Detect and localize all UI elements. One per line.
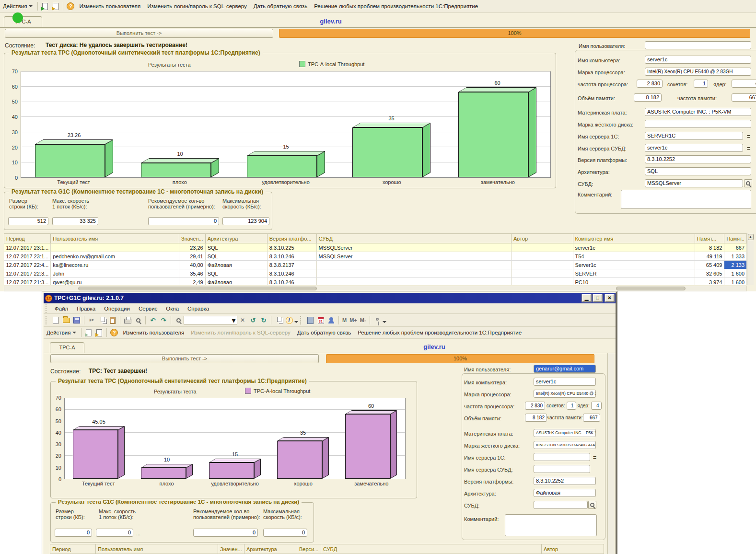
motherboard-field[interactable]: ASUSTeK Computer INC. : P5K-VM bbox=[645, 108, 751, 116]
cell[interactable]: 8 182 bbox=[695, 243, 724, 252]
cell[interactable]: 12.07.2017 22:4... bbox=[4, 261, 51, 269]
cell[interactable]: SQL bbox=[205, 252, 267, 261]
cell[interactable]: ka@linecore.ru bbox=[51, 261, 179, 269]
find-icon[interactable] bbox=[174, 315, 183, 325]
cell[interactable] bbox=[512, 243, 573, 252]
column-header[interactable]: Памят.. bbox=[724, 234, 747, 243]
column-header[interactable]: Пользователь имя bbox=[51, 234, 179, 243]
hscroll-thumb2[interactable] bbox=[616, 287, 686, 290]
run-test-button[interactable]: Выполнить тест -> bbox=[5, 29, 273, 38]
column-header[interactable]: Архитектура bbox=[244, 544, 297, 554]
cpu-freq-field[interactable]: 2 830 bbox=[525, 402, 545, 410]
new-document-icon[interactable] bbox=[51, 315, 60, 325]
column-header[interactable]: Верси... bbox=[297, 544, 321, 554]
info-icon[interactable]: i bbox=[284, 315, 294, 325]
cell[interactable]: 8.3.10.225 bbox=[267, 243, 316, 252]
users-icon[interactable] bbox=[326, 315, 336, 325]
cell[interactable]: 49 119 bbox=[695, 252, 724, 261]
print-preview-icon[interactable] bbox=[133, 315, 143, 325]
tab-tpc-a[interactable]: TPC-A bbox=[4, 16, 42, 28]
cell[interactable]: 2,49 bbox=[179, 278, 205, 286]
search-input[interactable]: ▾ bbox=[184, 316, 237, 324]
cpu-field[interactable]: Intel(R) Xeon(R) CPU E5440 @ 2.83GH bbox=[645, 68, 751, 76]
tab-tpc-a[interactable]: TPC-A bbox=[50, 342, 84, 353]
save-user-icon[interactable] bbox=[94, 328, 104, 337]
sockets-field[interactable]: 1 bbox=[567, 402, 576, 410]
gilev-link[interactable]: gilev.ru bbox=[408, 343, 461, 350]
column-header[interactable]: Период bbox=[4, 234, 51, 243]
cell[interactable] bbox=[316, 278, 511, 286]
arch-field[interactable]: Файловая bbox=[534, 489, 596, 497]
column-header[interactable]: Пользователь имя bbox=[96, 544, 218, 554]
action-change-user[interactable]: Изменить пользователя bbox=[76, 3, 144, 9]
run-test-button[interactable]: Выполнить тест -> bbox=[50, 354, 319, 363]
chevron-down-icon[interactable] bbox=[294, 321, 298, 323]
cell[interactable]: 12.07.2017 22:3... bbox=[4, 269, 51, 278]
action-solve-problems[interactable]: Решение любых проблем производительности… bbox=[354, 330, 525, 335]
undo-icon[interactable]: ↶ bbox=[148, 315, 158, 325]
paste-icon[interactable] bbox=[108, 315, 117, 325]
cell[interactable]: SQL bbox=[205, 243, 267, 252]
minimize-button[interactable]: ▁ bbox=[582, 294, 591, 302]
redo-icon[interactable]: ↷ bbox=[159, 315, 168, 325]
cell[interactable]: SERVER bbox=[573, 269, 695, 278]
motherboard-field[interactable]: ASUSTeK Computer INC. : P5K-VM bbox=[534, 429, 596, 437]
table-row[interactable]: 12.07.2017 21:3...qwer@qu.ru2,49Файловая… bbox=[4, 278, 747, 286]
actions-menu-button[interactable]: Действия bbox=[44, 330, 79, 335]
cpu-field[interactable]: Intel(R) Xeon(R) CPU E5440 @ 2.83GH bbox=[534, 390, 596, 398]
cpu-freq-field[interactable]: 2 830 bbox=[637, 80, 663, 88]
column-header[interactable]: Компьютер имя bbox=[573, 234, 695, 243]
menu-operations[interactable]: Операции bbox=[100, 306, 134, 312]
ram-field[interactable]: 8 182 bbox=[525, 414, 547, 422]
calculator-icon[interactable] bbox=[305, 315, 315, 325]
g1c-rowsize-field[interactable]: 512 bbox=[8, 217, 48, 225]
platform-field[interactable]: 8.3.10.2252 bbox=[645, 155, 751, 163]
hscroll-thumb[interactable] bbox=[78, 287, 317, 290]
column-header[interactable]: Период bbox=[50, 544, 96, 554]
cell[interactable]: John bbox=[51, 269, 179, 278]
cell[interactable]: 32 605 bbox=[695, 269, 724, 278]
toolbar-grip[interactable] bbox=[46, 304, 48, 313]
ram-field[interactable]: 8 182 bbox=[634, 93, 662, 102]
gilev-link[interactable]: gilev.ru bbox=[288, 18, 374, 25]
cell[interactable]: PC10 bbox=[573, 278, 695, 286]
user-field[interactable] bbox=[645, 41, 751, 49]
cell[interactable]: 35,46 bbox=[179, 269, 205, 278]
cell[interactable] bbox=[512, 278, 573, 286]
user-field[interactable]: genarur@gmail.com bbox=[534, 365, 596, 373]
maximize-button[interactable]: □ bbox=[593, 294, 602, 302]
cell[interactable]: 667 bbox=[724, 243, 747, 252]
ram-freq-field[interactable]: 667 bbox=[583, 414, 600, 422]
cell[interactable] bbox=[316, 261, 511, 269]
cell[interactable] bbox=[51, 243, 179, 252]
dbms-search-button[interactable] bbox=[588, 501, 596, 509]
platform-field[interactable]: 8.3.10.2252 bbox=[534, 477, 596, 485]
cores-field[interactable]: 4 bbox=[591, 402, 602, 410]
clear-search-icon[interactable]: ✕ bbox=[238, 315, 247, 325]
hdd-field[interactable]: KINGSTON SV300S37A240G ATA Device bbox=[534, 441, 596, 449]
computer-field[interactable]: server1c bbox=[645, 56, 751, 64]
action-feedback[interactable]: Дать обратную связь bbox=[250, 3, 311, 9]
hdd-field[interactable] bbox=[645, 120, 751, 128]
cell[interactable]: 40,00 bbox=[179, 261, 205, 269]
action-change-sql-login[interactable]: Изменить логин/пароль к SQL-серверу bbox=[144, 3, 250, 9]
cell[interactable]: pedchenko.nv@gmail.com bbox=[51, 252, 179, 261]
menu-service[interactable]: Сервис bbox=[134, 306, 162, 312]
cell[interactable]: Файловая bbox=[205, 261, 267, 269]
cell[interactable]: 23,26 bbox=[179, 243, 205, 252]
dbms-field[interactable] bbox=[534, 501, 588, 509]
copy-window-icon[interactable] bbox=[274, 315, 283, 325]
find-next-icon[interactable]: ↻ bbox=[259, 315, 268, 325]
cell[interactable]: server1c bbox=[573, 243, 695, 252]
table-row[interactable]: 12.07.2017 23:1...pedchenko.nv@gmail.com… bbox=[4, 252, 747, 261]
cell[interactable]: Файловая bbox=[205, 278, 267, 286]
column-header[interactable]: Автор bbox=[512, 234, 573, 243]
open-icon[interactable] bbox=[61, 315, 71, 325]
cell[interactable]: 12.07.2017 23:1... bbox=[4, 243, 51, 252]
copy-icon[interactable] bbox=[97, 315, 107, 325]
cell[interactable]: 2 133 bbox=[724, 261, 747, 269]
table-row[interactable]: 12.07.2017 22:4...ka@linecore.ru40,00Фай… bbox=[4, 261, 747, 269]
table-vscrollbar[interactable]: ▲ bbox=[747, 233, 754, 285]
column-header[interactable]: Версия платфо... bbox=[267, 234, 316, 243]
column-header[interactable]: Памят... bbox=[695, 234, 724, 243]
